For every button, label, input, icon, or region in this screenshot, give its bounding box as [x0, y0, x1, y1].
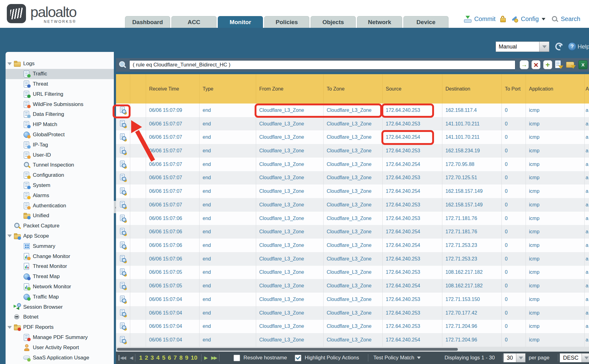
lock-icon[interactable]	[500, 16, 506, 22]
sidebar-item-logs[interactable]: Logs	[6, 59, 114, 69]
resolve-hostname-checkbox[interactable]	[234, 355, 240, 361]
sidebar-item-user-activity-report[interactable]: User Activity Report	[6, 342, 114, 353]
log-detail-icon[interactable]	[120, 174, 126, 181]
refresh-mode-select[interactable]: Manual	[496, 41, 549, 52]
log-detail-icon[interactable]	[120, 336, 126, 344]
column-header-to-port[interactable]: To Port	[502, 74, 526, 104]
page-number-1[interactable]: 1	[139, 354, 143, 361]
sidebar-item-system[interactable]: System	[6, 180, 114, 191]
next-page-button[interactable]: ▶	[204, 355, 207, 361]
sidebar-item-wildfire-submissions[interactable]: WildFire Submissions	[6, 99, 114, 109]
clear-filter-icon[interactable]	[531, 60, 540, 69]
sidebar-item-unified[interactable]: Unified	[6, 211, 114, 221]
log-detail-icon[interactable]	[120, 269, 126, 276]
sort-order-dropdown-button[interactable]	[582, 353, 589, 362]
sidebar-item-traffic[interactable]: Traffic	[6, 69, 114, 79]
column-header-destination[interactable]: Destination	[442, 74, 502, 104]
column-header-from-zone[interactable]: From Zone	[256, 74, 324, 104]
tab-device[interactable]: Device	[403, 16, 449, 28]
tab-acc[interactable]: ACC	[171, 16, 217, 28]
page-number-7[interactable]: 7	[174, 354, 177, 361]
log-detail-icon[interactable]	[120, 323, 126, 330]
last-page-button[interactable]: ▶▶	[211, 355, 217, 361]
first-page-button[interactable]: ◀◀	[118, 355, 125, 361]
log-detail-icon[interactable]	[120, 201, 126, 209]
search-link[interactable]: Search	[561, 15, 580, 23]
filter-query-input[interactable]	[129, 60, 515, 70]
sort-order-select[interactable]: DESC	[560, 353, 589, 362]
export-to-csv-icon[interactable]	[578, 60, 587, 69]
page-number-9[interactable]: 9	[185, 354, 188, 361]
add-filter-icon[interactable]	[543, 60, 552, 69]
sidebar-item-traffic-map[interactable]: Traffic Map	[6, 292, 114, 302]
log-detail-icon[interactable]	[120, 161, 126, 168]
sidebar-item-alarms[interactable]: Alarms	[6, 190, 114, 201]
apply-filter-icon[interactable]	[520, 60, 529, 69]
sidebar-item-data-filtering[interactable]: Data Filtering	[6, 109, 114, 120]
sidebar-item-summary[interactable]: Summary	[6, 241, 114, 251]
page-number-5[interactable]: 5	[162, 354, 166, 361]
sidebar-item-session-browser[interactable]: Session Browser	[6, 302, 114, 312]
per-page-dropdown-button[interactable]	[516, 353, 525, 362]
log-detail-icon[interactable]	[120, 107, 126, 114]
log-detail-icon[interactable]	[120, 296, 126, 303]
sidebar-item-pdf-reports[interactable]: PDF Reports	[6, 322, 114, 332]
page-number-4[interactable]: 4	[156, 354, 160, 361]
log-detail-icon[interactable]	[120, 147, 126, 154]
tab-dashboard[interactable]: Dashboard	[125, 16, 170, 28]
help-icon[interactable]	[568, 42, 576, 51]
log-detail-icon[interactable]	[120, 120, 126, 128]
sidebar-item-change-monitor[interactable]: Change Monitor	[6, 251, 114, 261]
config-link[interactable]: Config	[521, 15, 539, 23]
log-detail-icon[interactable]	[120, 215, 126, 222]
page-number-2[interactable]: 2	[145, 354, 148, 361]
help-link[interactable]: Help	[578, 43, 589, 50]
column-header-to-zone[interactable]: To Zone	[324, 74, 383, 104]
sidebar-item-threat-monitor[interactable]: Threat Monitor	[6, 261, 114, 272]
sidebar-item-hip-match[interactable]: HIP Match	[6, 120, 114, 130]
log-detail-icon[interactable]	[120, 282, 126, 290]
log-detail-icon[interactable]	[120, 133, 126, 141]
sidebar-item-url-filtering[interactable]: URL Filtering	[6, 89, 114, 99]
highlight-policy-actions-checkbox[interactable]	[295, 355, 301, 361]
test-policy-match-button[interactable]: Test Policy Match	[373, 352, 421, 364]
sidebar-item-ip-tag[interactable]: IP-Tag	[6, 140, 114, 150]
sidebar-item-threat[interactable]: Threat	[6, 79, 114, 89]
per-page-select[interactable]: 30	[503, 353, 526, 362]
refresh-icon[interactable]	[555, 42, 563, 51]
sidebar-item-globalprotect[interactable]: GlobalProtect	[6, 130, 114, 140]
column-header-a[interactable]: A	[585, 74, 589, 104]
sidebar-item-saas-application-usage[interactable]: SaaS Application Usage	[6, 353, 114, 363]
log-detail-icon[interactable]	[120, 242, 126, 249]
page-number-3[interactable]: 3	[151, 354, 154, 361]
load-filter-icon[interactable]	[566, 61, 576, 69]
sidebar-item-threat-map[interactable]: Threat Map	[6, 272, 114, 282]
sidebar-item-network-monitor[interactable]: Network Monitor	[6, 282, 114, 292]
expander-icon[interactable]	[7, 235, 12, 237]
log-detail-icon[interactable]	[120, 228, 126, 235]
column-header-application[interactable]: Application	[526, 74, 585, 104]
log-detail-icon[interactable]	[120, 188, 126, 195]
tab-network[interactable]: Network	[357, 16, 402, 28]
log-detail-icon[interactable]	[120, 309, 126, 317]
prev-page-button[interactable]: ◀	[130, 355, 132, 361]
refresh-mode-dropdown-button[interactable]	[539, 42, 549, 52]
column-header-type[interactable]: Type	[200, 74, 256, 104]
sidebar-item-app-scope[interactable]: App Scope	[6, 231, 114, 241]
log-detail-icon[interactable]	[120, 255, 126, 263]
tab-monitor[interactable]: Monitor	[218, 16, 263, 28]
sidebar-item-botnet[interactable]: Botnet	[6, 312, 114, 322]
sidebar-item-packet-capture[interactable]: Packet Capture	[6, 221, 114, 231]
sidebar-item-authentication[interactable]: Authentication	[6, 201, 114, 211]
page-number-10[interactable]: 10	[191, 354, 197, 361]
column-header-receive-time[interactable]: Receive Time	[146, 74, 200, 104]
horizontal-scrollbar[interactable]	[116, 347, 589, 352]
expander-icon[interactable]	[7, 326, 12, 329]
expander-icon[interactable]	[7, 62, 12, 65]
tab-policies[interactable]: Policies	[264, 16, 309, 28]
tab-objects[interactable]: Objects	[311, 16, 356, 28]
sidebar-item-manage-pdf-summary[interactable]: Manage PDF Summary	[6, 332, 114, 343]
page-number-8[interactable]: 8	[179, 354, 183, 361]
horizontal-scrollbar-thumb[interactable]	[117, 348, 458, 351]
filter-builder-icon[interactable]	[555, 60, 563, 69]
